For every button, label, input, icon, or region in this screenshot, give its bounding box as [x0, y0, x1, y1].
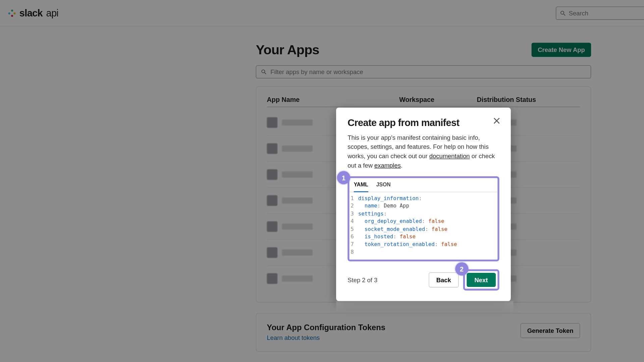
code-token: Demo App [384, 203, 409, 209]
code-token: settings [358, 210, 384, 217]
code-token: name [365, 203, 377, 209]
line-number: 6 [350, 233, 358, 241]
step-indicator: Step 2 of 3 [347, 277, 377, 284]
next-button[interactable]: Next [467, 273, 496, 287]
callout-1-badge: 1 [337, 171, 350, 184]
modal-description: This is your app's manifest containing b… [347, 133, 499, 170]
modal-footer: Step 2 of 3 Back 2 Next [347, 269, 499, 291]
documentation-link[interactable]: documentation [429, 153, 470, 160]
line-number: 7 [350, 241, 358, 248]
modal-title: Create app from manifest [347, 117, 499, 129]
back-button[interactable]: Back [429, 273, 459, 288]
examples-link[interactable]: examples [374, 162, 401, 169]
code-token: is_hosted [365, 234, 393, 240]
code-token: display_information [358, 195, 419, 201]
modal-desc-part3: . [401, 162, 402, 169]
modal-backdrop[interactable]: Create app from manifest This is your ap… [0, 0, 644, 362]
manifest-editor-highlight: 1 YAML JSON 1display_information: 2 name… [347, 176, 499, 261]
modal-close-button[interactable] [493, 117, 502, 126]
callout-2-badge: 2 [455, 262, 468, 276]
line-number: 1 [350, 195, 358, 202]
line-number: 5 [350, 226, 358, 233]
tab-json[interactable]: JSON [376, 182, 391, 192]
code-token: false [441, 241, 457, 247]
next-button-highlight: 2 Next [463, 269, 499, 291]
line-number: 8 [350, 248, 358, 256]
line-number: 4 [350, 218, 358, 226]
close-icon [493, 117, 500, 124]
line-number: 3 [350, 210, 358, 218]
code-token: socket_mode_enabled [365, 226, 425, 232]
manifest-code-editor[interactable]: 1display_information: 2 name: Demo App 3… [350, 192, 498, 259]
code-token: false [431, 226, 447, 232]
code-token: false [428, 218, 444, 224]
tab-yaml[interactable]: YAML [354, 182, 368, 192]
code-token: org_deploy_enabled [365, 218, 422, 224]
code-token: false [399, 234, 416, 240]
code-token: token_rotation_enabled [365, 241, 435, 247]
create-app-manifest-modal: Create app from manifest This is your ap… [336, 108, 511, 301]
modal-shadow [336, 301, 514, 313]
manifest-format-tabs: YAML JSON [350, 178, 498, 192]
line-number: 2 [350, 202, 358, 210]
